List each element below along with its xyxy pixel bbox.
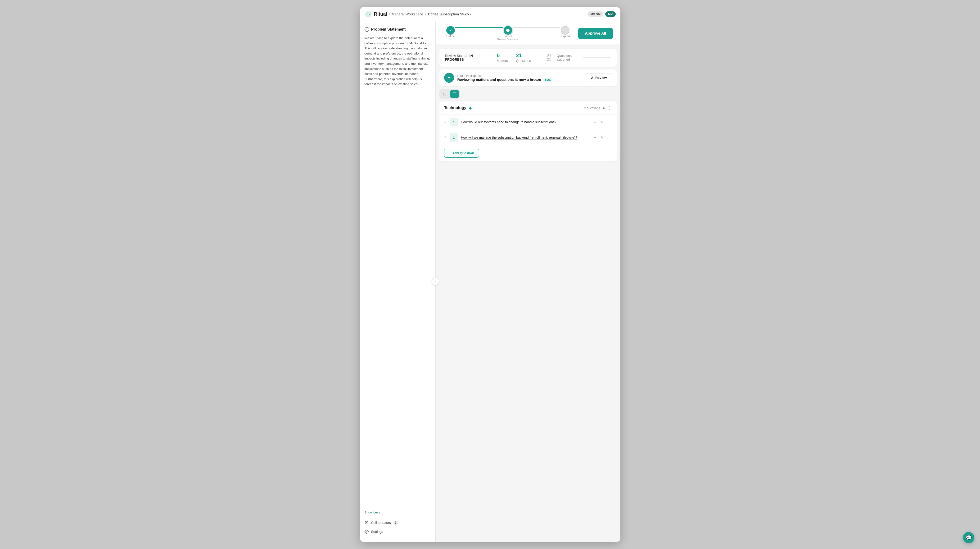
question-actions-1: ✦ ✎ ⋮ xyxy=(592,119,612,125)
svg-point-4 xyxy=(366,531,367,532)
breadcrumb: / General Workspace / Coffee Subscriptio… xyxy=(389,12,471,16)
settings-icon xyxy=(364,530,369,534)
svg-point-3 xyxy=(367,522,368,522)
step-define: ✓ xyxy=(446,26,455,35)
question-number-1: 1 xyxy=(450,118,458,126)
section-title: Technology xyxy=(444,105,466,110)
question-ai-button-1[interactable]: ✦ xyxy=(592,119,597,125)
questions-count: 21 Questions xyxy=(516,53,535,63)
ai-icon: ✦ xyxy=(444,73,454,83)
ai-review-button[interactable]: AI Review xyxy=(586,73,612,82)
question-actions-2: ✦ ✎ ⋮ xyxy=(592,134,612,141)
header-right: MV SM MV xyxy=(587,11,616,17)
drag-handle-icon[interactable]: ⠿ xyxy=(444,120,446,124)
grid-view-button[interactable]: ⊞ xyxy=(441,90,449,98)
list-view-button[interactable]: ☰ xyxy=(450,90,459,98)
arrow-right-icon: → xyxy=(578,75,583,81)
question-row: ⠿ 1 How would our systems need to change… xyxy=(439,115,617,130)
drag-handle-icon[interactable]: ⠿ xyxy=(444,136,446,139)
step-source-sublabel: Review Questions xyxy=(498,38,519,41)
sidebar-item-settings[interactable]: Settings xyxy=(364,527,431,536)
beta-badge: Beta xyxy=(543,78,552,81)
assigned-fraction: 0 / 21 xyxy=(547,53,555,62)
avatar-mv-sm[interactable]: MV SM xyxy=(587,11,603,17)
settings-label: Settings xyxy=(371,530,383,534)
ai-source: Ritual Intelligence xyxy=(457,74,552,78)
step-explore xyxy=(561,26,570,35)
ai-message: Reviewing matters and questions is now a… xyxy=(457,78,541,81)
show-less-link[interactable]: Show Less xyxy=(364,511,431,514)
step-labels-row: Define Source Review Questions Explore xyxy=(446,35,570,41)
step-source-label: Source xyxy=(503,35,512,38)
plus-icon: + xyxy=(449,151,451,155)
section-header: Technology ◆ 2 questions ▲ ⋮ xyxy=(439,101,617,115)
matters-count: 6 Matters xyxy=(497,53,510,63)
status-divider-2 xyxy=(541,54,541,61)
progress-area: ✓ xyxy=(436,21,620,45)
step-source xyxy=(504,26,512,35)
step-line-source-explore xyxy=(512,27,560,28)
question-text-1[interactable]: How would our systems need to change to … xyxy=(461,120,590,124)
sidebar-collapse-button[interactable]: › xyxy=(432,278,439,286)
svg-point-2 xyxy=(365,521,367,522)
step-line-define-source xyxy=(455,27,503,28)
collaborators-icon xyxy=(364,520,369,525)
step-define-circle: ✓ xyxy=(446,26,455,35)
avatar-current-user[interactable]: MV xyxy=(605,11,616,17)
problem-statement-icon: ! xyxy=(364,27,369,32)
ai-banner: ✦ Ritual Intelligence Reviewing matters … xyxy=(439,69,617,86)
ritual-logo-icon xyxy=(364,10,372,18)
step-explore-label: Explore xyxy=(561,35,570,41)
question-more-button-1[interactable]: ⋮ xyxy=(606,119,612,125)
logo-area: Ritual xyxy=(364,10,387,18)
section-ai-icon: ◆ xyxy=(469,106,472,110)
question-row: ⠿ 2 How will we manage the subscription … xyxy=(439,130,617,145)
question-ai-button-2[interactable]: ✦ xyxy=(592,134,597,141)
add-question-row: + Add Question xyxy=(439,145,617,161)
status-divider-1 xyxy=(491,54,491,61)
breadcrumb-workspace[interactable]: General Workspace xyxy=(392,12,423,16)
question-number-2: 2 xyxy=(450,133,458,142)
app-window: Ritual / General Workspace / Coffee Subs… xyxy=(360,7,620,542)
assigned-progress-track xyxy=(583,57,611,58)
content-area: ✓ xyxy=(436,21,620,542)
svg-point-1 xyxy=(368,13,369,15)
question-edit-button-2[interactable]: ✎ xyxy=(599,134,604,141)
section-question-count: 2 questions ▲ ⋮ xyxy=(584,105,612,110)
status-bar: Review Status: IN PROGRESS 6 Matters 21 … xyxy=(439,49,617,67)
steps-track: ✓ xyxy=(446,26,570,35)
sidebar-bottom: Collaborators 2 Settings xyxy=(364,514,431,536)
assigned-label: Questions assigned xyxy=(557,54,581,61)
progress-steps: ✓ xyxy=(443,26,573,41)
review-status-label: Review Status: IN PROGRESS xyxy=(445,54,485,61)
section-more-button[interactable]: ⋮ xyxy=(608,105,612,110)
logo-text: Ritual xyxy=(374,11,387,17)
assigned-bar: 0 / 21 Questions assigned xyxy=(547,53,611,62)
ai-info: Ritual Intelligence Reviewing matters an… xyxy=(457,74,552,81)
section-card-technology: Technology ◆ 2 questions ▲ ⋮ ⠿ 1 How wou… xyxy=(439,101,617,161)
step-define-label: Define xyxy=(446,35,455,41)
approve-all-button[interactable]: Approve All xyxy=(578,28,612,39)
main-layout: › ! Problem Statement We are trying to e… xyxy=(360,21,620,542)
question-text-2[interactable]: How will we manage the subscription back… xyxy=(461,136,590,139)
problem-statement-title: ! Problem Statement xyxy=(364,27,431,32)
collaborators-count: 2 xyxy=(393,521,398,525)
sidebar: › ! Problem Statement We are trying to e… xyxy=(360,21,436,542)
problem-statement-text: We are trying to explore the potential o… xyxy=(364,35,431,508)
breadcrumb-project[interactable]: Coffee Subscription Study ▾ xyxy=(428,12,471,16)
section-collapse-button[interactable]: ▲ xyxy=(602,106,606,110)
question-more-button-2[interactable]: ⋮ xyxy=(606,134,612,141)
header: Ritual / General Workspace / Coffee Subs… xyxy=(360,7,620,21)
view-toggle: ⊞ ☰ xyxy=(439,89,460,99)
add-question-button[interactable]: + Add Question xyxy=(444,148,479,158)
step-explore-circle xyxy=(561,26,570,35)
chat-bubble-button[interactable]: 💬 xyxy=(963,532,974,543)
chevron-down-icon: ▾ xyxy=(470,13,471,16)
collaborators-label: Collaborators xyxy=(371,521,391,525)
step-source-circle xyxy=(504,26,512,35)
question-edit-button-1[interactable]: ✎ xyxy=(599,119,604,125)
sidebar-item-collaborators[interactable]: Collaborators 2 xyxy=(364,518,431,527)
